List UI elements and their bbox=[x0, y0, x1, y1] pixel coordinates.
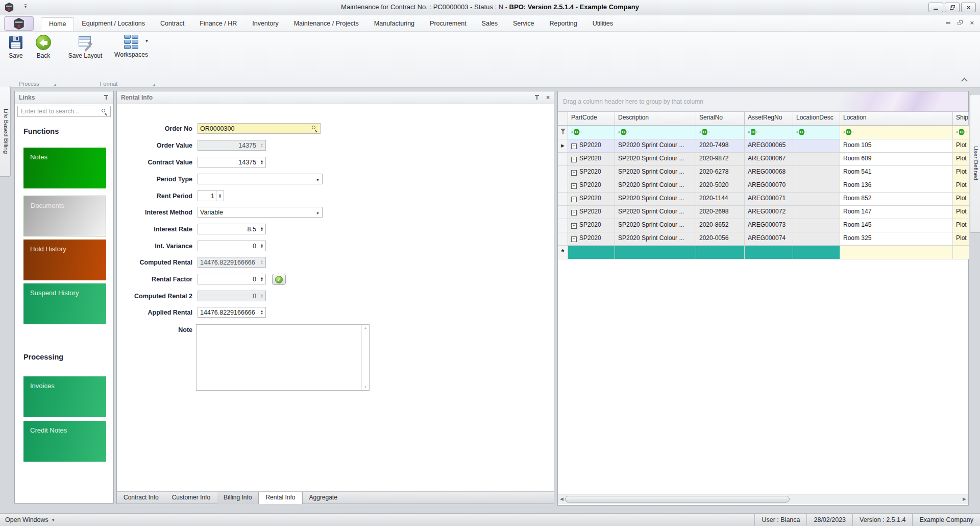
column-header-location[interactable]: Location bbox=[840, 112, 953, 126]
filter-cell-partcode[interactable]: ABC bbox=[568, 126, 615, 139]
mdi-restore-icon[interactable] bbox=[958, 20, 963, 25]
save-button[interactable]: Save bbox=[2, 35, 30, 59]
expand-row-icon[interactable]: + bbox=[571, 144, 577, 149]
grid-row[interactable]: +SP2020 SP2020 Sprint Colour ... 2020-50… bbox=[558, 179, 969, 193]
close-button[interactable]: × bbox=[961, 3, 976, 12]
spinner-icons[interactable]: ▲▼ bbox=[258, 140, 265, 150]
ribbon-tab-home[interactable]: Home bbox=[41, 17, 74, 31]
ribbon-tab-procurement[interactable]: Procurement bbox=[422, 17, 474, 31]
column-header-partcode[interactable]: PartCode bbox=[568, 112, 615, 126]
open-windows-button[interactable]: Open Windows ▼ bbox=[0, 516, 55, 523]
tab-life-based-billing[interactable]: Life Based Billing bbox=[0, 86, 11, 177]
minimize-button[interactable] bbox=[928, 3, 943, 12]
documents-button[interactable]: Documents bbox=[23, 196, 106, 236]
int-variance-input[interactable]: 0 ▲▼ bbox=[198, 241, 266, 251]
ribbon-tab-manufacturing[interactable]: Manufacturing bbox=[366, 17, 422, 31]
filter-cell-ship[interactable]: ABC bbox=[953, 126, 969, 139]
expand-row-icon[interactable]: + bbox=[571, 210, 577, 216]
grid-row[interactable]: ▶ +SP2020 SP2020 Sprint Colour ... 2020-… bbox=[558, 139, 969, 153]
scroll-left-icon[interactable]: ◀ bbox=[560, 496, 564, 501]
grid-new-row[interactable]: * bbox=[558, 246, 969, 259]
expand-row-icon[interactable]: + bbox=[571, 183, 577, 189]
invoices-button[interactable]: Invoices bbox=[23, 376, 106, 417]
filter-cell-description[interactable]: ABC bbox=[615, 126, 696, 139]
expand-row-icon[interactable]: + bbox=[571, 223, 577, 229]
period-type-select[interactable]: ▼ bbox=[198, 174, 323, 184]
collapse-ribbon-icon[interactable] bbox=[961, 78, 968, 84]
ribbon-tab-contract[interactable]: Contract bbox=[153, 17, 192, 31]
ribbon-tab-maintenance-projects[interactable]: Maintenance / Projects bbox=[286, 17, 366, 31]
grid-row[interactable]: +SP2020 SP2020 Sprint Colour ... 2020-98… bbox=[558, 153, 969, 166]
expand-row-icon[interactable]: + bbox=[571, 236, 577, 242]
ribbon-tab-inventory[interactable]: Inventory bbox=[244, 17, 286, 31]
search-input[interactable] bbox=[18, 106, 110, 116]
expand-row-icon[interactable]: + bbox=[571, 157, 577, 162]
filter-cell-serialno[interactable]: ABC bbox=[696, 126, 745, 139]
note-textarea[interactable]: ▲▼ bbox=[196, 324, 370, 391]
scrollbar-thumb[interactable] bbox=[565, 496, 790, 503]
ribbon-tab-sales[interactable]: Sales bbox=[474, 17, 505, 31]
credit-notes-button[interactable]: Credit Notes bbox=[23, 421, 106, 462]
search-icon[interactable] bbox=[101, 108, 108, 115]
column-header-serialno[interactable]: SerialNo bbox=[696, 112, 745, 126]
spinner-icons[interactable]: ▲▼ bbox=[258, 241, 265, 251]
tab-user-defined[interactable]: User Defined bbox=[970, 94, 980, 233]
mdi-close-icon[interactable]: × bbox=[970, 19, 974, 26]
grid-row[interactable]: +SP2020 SP2020 Sprint Colour ... 2020-11… bbox=[558, 193, 969, 206]
tab-aggregate[interactable]: Aggregate bbox=[303, 492, 344, 504]
filter-cell-assetregno[interactable]: ABC bbox=[745, 126, 793, 139]
notes-button[interactable]: Notes bbox=[23, 148, 106, 188]
column-header-description[interactable]: Description bbox=[615, 112, 696, 126]
dialog-launcher-icon[interactable]: ◢ bbox=[54, 83, 56, 86]
apply-rental-factor-button[interactable]: ✓ bbox=[272, 274, 286, 285]
ribbon-tab-service[interactable]: Service bbox=[505, 17, 542, 31]
scrollbar[interactable]: ▲▼ bbox=[361, 325, 369, 390]
tab-contract-info[interactable]: Contract Info bbox=[117, 492, 165, 504]
tab-customer-info[interactable]: Customer Info bbox=[165, 492, 217, 504]
grid-row[interactable]: +SP2020 SP2020 Sprint Colour ... 2020-26… bbox=[558, 206, 969, 219]
rent-period-input[interactable]: 1 ▲▼ bbox=[198, 190, 224, 201]
column-header-ship[interactable]: Ship bbox=[953, 112, 969, 126]
filter-cell-location[interactable]: ABC bbox=[840, 126, 953, 139]
rental-factor-input[interactable]: 0 ▲▼ bbox=[198, 274, 266, 284]
save-layout-button[interactable]: Save Layout bbox=[66, 35, 104, 59]
spinner-icons[interactable]: ▲▼ bbox=[216, 191, 224, 201]
order-no-input[interactable]: OR0000300 bbox=[198, 123, 321, 134]
expand-row-icon[interactable]: + bbox=[571, 170, 577, 176]
scroll-right-icon[interactable]: ▶ bbox=[963, 496, 966, 501]
interest-rate-input[interactable]: 8.5 ▲▼ bbox=[198, 224, 266, 234]
ribbon-tab-utilities[interactable]: Utilities bbox=[585, 17, 621, 31]
workspaces-button[interactable]: Workspaces ▼ bbox=[111, 35, 151, 58]
hold-history-button[interactable]: Hold History bbox=[23, 240, 106, 280]
interest-method-select[interactable]: Variable ▼ bbox=[198, 207, 323, 218]
lookup-icon[interactable] bbox=[311, 125, 318, 132]
pin-icon[interactable] bbox=[534, 94, 540, 101]
close-panel-icon[interactable]: × bbox=[546, 94, 550, 101]
grid-row[interactable]: +SP2020 SP2020 Sprint Colour ... 2020-62… bbox=[558, 166, 969, 179]
back-button[interactable]: Back bbox=[30, 35, 57, 59]
mdi-minimize-icon[interactable] bbox=[946, 22, 950, 23]
spinner-icons[interactable]: ▲▼ bbox=[258, 307, 265, 317]
tab-billing-info[interactable]: Billing Info bbox=[217, 492, 258, 504]
suspend-history-button[interactable]: Suspend History bbox=[23, 283, 106, 324]
horizontal-scrollbar[interactable]: ◀ ▶ bbox=[558, 494, 968, 504]
spinner-icons[interactable]: ▲▼ bbox=[258, 224, 265, 234]
column-header-locationdesc[interactable]: LocationDesc bbox=[793, 112, 840, 126]
tab-rental-info[interactable]: Rental Info bbox=[258, 492, 302, 504]
application-button[interactable] bbox=[4, 16, 34, 31]
applied-rental-input[interactable]: 14476.8229166666 ▲▼ bbox=[198, 307, 266, 318]
grid-row[interactable]: +SP2020 SP2020 Sprint Colour ... 2020-86… bbox=[558, 219, 969, 232]
grid-group-panel[interactable]: Drag a column header here to group by th… bbox=[558, 91, 968, 112]
spinner-icons[interactable]: ▲▼ bbox=[258, 274, 265, 284]
contract-value-input[interactable]: 14375 ▲▼ bbox=[198, 157, 266, 168]
ribbon-tab-reporting[interactable]: Reporting bbox=[542, 17, 585, 31]
ribbon-tab-finance-hr[interactable]: Finance / HR bbox=[192, 17, 244, 31]
filter-cell-locationdesc[interactable]: ABC bbox=[793, 126, 840, 139]
spinner-icons[interactable]: ▲▼ bbox=[258, 157, 265, 167]
ribbon-tab-equipment-locations[interactable]: Equipment / Locations bbox=[74, 17, 153, 31]
grid-row[interactable]: +SP2020 SP2020 Sprint Colour ... 2020-00… bbox=[558, 232, 969, 246]
restore-button[interactable] bbox=[945, 3, 960, 12]
dialog-launcher-icon[interactable]: ◢ bbox=[153, 83, 155, 86]
column-header-assetregno[interactable]: AssetRegNo bbox=[745, 112, 793, 126]
pin-icon[interactable] bbox=[103, 94, 109, 101]
